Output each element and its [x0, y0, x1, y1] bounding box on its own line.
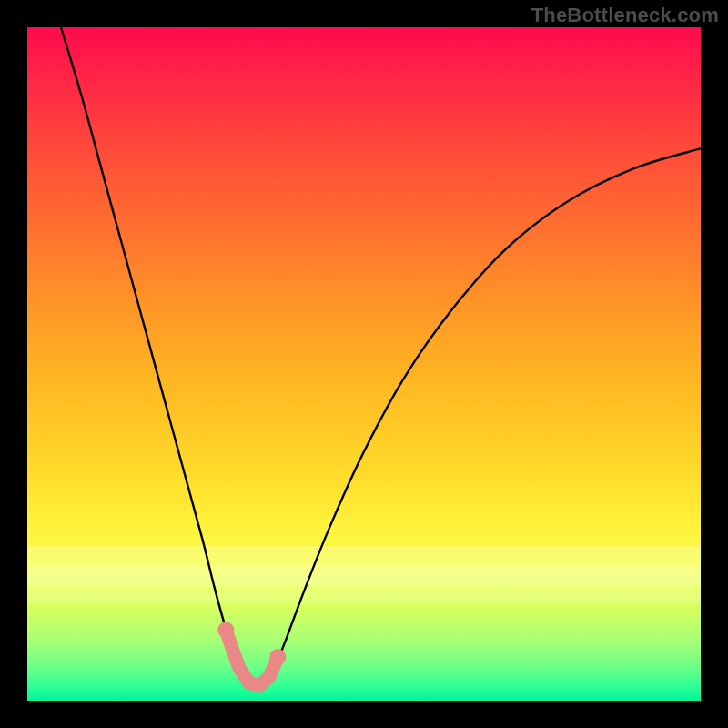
marker-dot	[269, 649, 286, 665]
curve-line	[61, 27, 701, 687]
attribution-label: TheBottleneck.com	[531, 4, 719, 27]
chart-svg	[27, 27, 701, 701]
chart-stage: TheBottleneck.com	[0, 0, 728, 728]
marker-dot	[217, 622, 234, 638]
